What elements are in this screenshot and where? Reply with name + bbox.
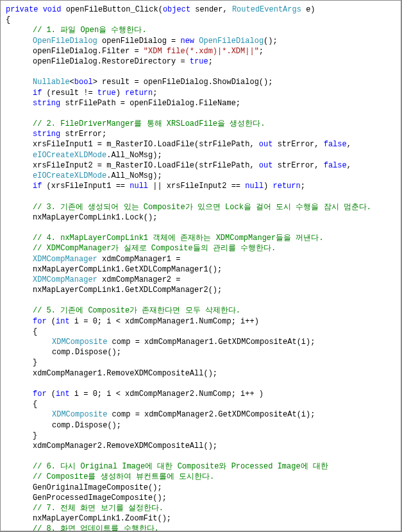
code-line: xdmCompManager2.RemoveXDMCompositeAll();: [6, 441, 396, 451]
code-line: // 7. 전체 화면 보기를 설정한다.: [6, 503, 396, 513]
token-plain: [33, 452, 37, 461]
token-comment: // 5. 기존에 Composite가 존재한다면 모두 삭제한다.: [33, 306, 240, 315]
token-plain: ;: [153, 89, 157, 98]
token-plain: openFileDialog =: [97, 37, 181, 46]
token-plain: strError,: [272, 161, 323, 170]
code-line: {: [6, 15, 396, 25]
token-plain: (xrsFileInput1 ==: [42, 182, 130, 191]
token-type: XDMComposite: [52, 338, 107, 347]
token-plain: || xrsFileInput2 ==: [148, 182, 245, 191]
token-type: Nullable: [33, 78, 70, 87]
token-plain: comp.Dispose();: [52, 421, 121, 430]
token-type: OpenFileDialog: [199, 37, 264, 46]
token-plain: nxMapLayerCompLink1.GetXDLCompManager2()…: [33, 286, 222, 295]
code-line: eIOCreateXLDMode.All_NoMsg);: [6, 150, 396, 160]
token-comment: // 3. 기존에 생성되어 있는 Composite가 있으면 Lock을 걸…: [33, 203, 371, 212]
code-line: openFileDialog.Filter = "XDM file(*.xdm)…: [6, 46, 396, 56]
token-plain: ,: [347, 140, 351, 149]
code-line: comp.Dispose();: [6, 420, 396, 431]
token-plain: comp = xdmCompManager2.GetXDMCompositeAt…: [107, 410, 315, 419]
token-plain: e): [301, 5, 315, 14]
code-line: [6, 295, 396, 305]
code-line: nxMapLayerCompLink1.GetXDLCompManager2()…: [6, 285, 396, 295]
token-plain: [33, 192, 37, 201]
token-plain: strFilePath = openFileDialog.FileName;: [60, 99, 240, 108]
code-line: [6, 451, 396, 461]
token-kw: string: [33, 130, 60, 139]
code-line: GenOriginalImageComposite();: [6, 483, 396, 493]
code-line: if (xrsFileInput1 == null || xrsFileInpu…: [6, 181, 396, 191]
code-line: {: [6, 327, 396, 337]
token-plain: strError;: [60, 130, 106, 139]
token-kw: void: [43, 5, 62, 14]
token-plain: [33, 109, 37, 118]
code-line: if (result != true) return;: [6, 88, 396, 98]
token-plain: {: [33, 400, 37, 409]
token-plain: xdmCompManager2 =: [97, 275, 181, 284]
token-plain: xrsFileInput1 = m_RasterIO.LoadFile(strF…: [33, 140, 259, 149]
code-line: [6, 223, 396, 233]
token-type: eIOCreateXLDMode: [33, 151, 106, 160]
code-line: [6, 379, 396, 389]
code-line: GenProcessedImageComposite();: [6, 493, 396, 503]
token-plain: openFileDialog.RestoreDirectory =: [33, 57, 190, 66]
code-line: [6, 67, 396, 77]
code-line: // Composite를 생성하여 뷰컨트롤에 도시한다.: [6, 472, 396, 482]
token-plain: i = 0; i < xdmCompManager2.NumComp; i++ …: [70, 390, 264, 399]
token-plain: <: [70, 78, 74, 87]
token-plain: ;: [259, 47, 264, 56]
token-str: "XDM file(*.xdm)|*.XDM||": [144, 47, 259, 56]
token-plain: ): [116, 89, 125, 98]
code-line: [6, 191, 396, 202]
token-plain: nxMapLayerCompLink1.Lock();: [33, 213, 157, 222]
token-kw: false: [324, 140, 347, 149]
code-line: }: [6, 431, 396, 441]
token-plain: ;: [301, 182, 305, 191]
token-comment: // 4. nxMapLayerCompLink1 객체에 존재하는 XDMCo…: [33, 234, 324, 243]
token-plain: GenProcessedImageComposite();: [33, 493, 167, 502]
token-kw: true: [190, 57, 208, 66]
token-plain: i = 0; i < xdmCompManager1.NumComp; i++): [70, 317, 259, 326]
token-kw: if: [33, 182, 42, 191]
code-line: string strFilePath = openFileDialog.File…: [6, 98, 396, 108]
token-plain: xrsFileInput2 = m_RasterIO.LoadFile(strF…: [33, 161, 259, 170]
code-line: eIOCreateXLDMode.All_NoMsg);: [6, 171, 396, 181]
token-plain: ): [264, 182, 272, 191]
token-kw: new: [180, 37, 194, 46]
token-plain: sender,: [190, 5, 232, 14]
token-plain: .All_NoMsg);: [106, 151, 162, 160]
token-kw: private: [6, 5, 38, 14]
code-line: nxMapLayerCompLink1.Lock();: [6, 212, 396, 223]
token-kw: int: [56, 317, 70, 326]
code-line: nxMapLayerCompLink1.GetXDLCompManager1()…: [6, 264, 396, 275]
token-plain: (: [47, 317, 56, 326]
code-line: Nullable<bool> result = openFileDialog.S…: [6, 77, 396, 87]
code-line: {: [6, 399, 396, 409]
token-plain: ;: [208, 57, 213, 66]
token-kw: for: [33, 390, 47, 399]
token-plain: [33, 296, 37, 305]
token-plain: comp.Dispose();: [52, 348, 121, 357]
code-line: }: [6, 357, 396, 368]
token-kw: if: [33, 89, 42, 98]
token-plain: xdmCompManager2.RemoveXDMCompositeAll();: [33, 442, 217, 450]
code-line: openFileDialog.RestoreDirectory = true;: [6, 56, 396, 67]
token-plain: ();: [264, 37, 278, 46]
token-plain: xdmCompManager1.RemoveXDMCompositeAll();: [33, 369, 217, 378]
token-plain: }: [33, 431, 37, 440]
code-line: // 2. FileDriverManger를 통해 XRSLoadFile을 …: [6, 119, 396, 129]
code-line: XDMComposite comp = xdmCompManager2.GetX…: [6, 409, 396, 420]
token-type: OpenFileDialog: [33, 37, 97, 46]
token-plain: (: [47, 390, 56, 399]
token-plain: (result !=: [42, 89, 97, 98]
token-comment: // 8. 화면 업데이트를 수행한다.: [33, 524, 159, 532]
token-plain: openFileButton_Click(: [61, 5, 162, 14]
code-line: comp.Dispose();: [6, 347, 396, 357]
code-line: xrsFileInput1 = m_RasterIO.LoadFile(strF…: [6, 139, 396, 150]
token-kw: out: [259, 161, 273, 170]
token-kw: bool: [74, 78, 93, 87]
token-comment: // XDMCompManager가 실제로 Composite들의 관리를 수…: [33, 244, 276, 253]
code-line: XDMCompManager xdmCompManager2 =: [6, 275, 396, 285]
code-line: [6, 108, 396, 119]
code-line: xdmCompManager1.RemoveXDMCompositeAll();: [6, 368, 396, 379]
